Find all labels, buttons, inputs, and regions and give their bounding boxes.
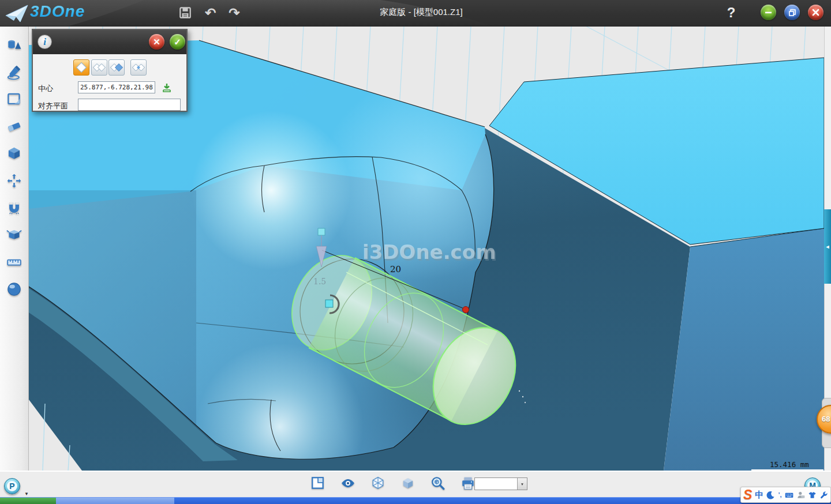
drag-handle-dot[interactable] — [463, 307, 469, 313]
taskbar-task-button[interactable] — [56, 498, 174, 504]
undo-button[interactable]: ↶ — [202, 4, 219, 21]
center-point-mode-button[interactable] — [73, 59, 89, 76]
zoom-view-icon[interactable] — [431, 476, 446, 491]
svg-text:i3DOne.com: i3DOne.com — [362, 240, 496, 264]
left-badge-caret-icon[interactable]: ▼ — [24, 491, 29, 497]
save-button[interactable] — [177, 4, 194, 21]
material-sphere-icon[interactable] — [5, 279, 24, 299]
left-status-badge[interactable]: P — [4, 478, 20, 494]
sketch-plane-icon[interactable] — [5, 89, 24, 109]
ime-logo-icon[interactable]: S — [743, 488, 752, 502]
primitives-icon[interactable] — [5, 35, 24, 55]
start-button[interactable] — [0, 498, 56, 504]
edit-eraser-icon[interactable] — [5, 116, 24, 136]
two-point-mode-button[interactable] — [91, 59, 107, 76]
align-plane-field-label: 对齐平面 — [38, 101, 68, 111]
move-icon[interactable] — [5, 171, 24, 190]
info-icon: i — [38, 35, 52, 49]
window-title: 家庭版 - [模型001.Z1] — [271, 7, 571, 18]
app-logo-icon — [5, 3, 29, 24]
wrench-icon[interactable] — [819, 490, 828, 500]
panel-collapse-tab[interactable]: ◄ — [824, 209, 831, 284]
profile-icon[interactable] — [796, 490, 805, 500]
center-field-label: 中心 — [38, 84, 53, 94]
moon-icon[interactable] — [766, 490, 775, 500]
radius-label: 1.5 — [313, 277, 326, 286]
os-taskbar[interactable] — [0, 497, 831, 504]
tool-sidebar — [0, 26, 29, 471]
title-bar: 3DOne ↶ ↷ 家庭版 - [模型001.Z1] ? — [0, 0, 831, 27]
center-input[interactable] — [78, 81, 155, 93]
print-icon[interactable] — [461, 476, 476, 491]
inner-point-mode-button[interactable] — [130, 59, 147, 76]
skin-icon[interactable] — [808, 490, 817, 500]
feature-cube-icon[interactable] — [5, 144, 24, 163]
punct-icon[interactable]: ’, — [778, 491, 781, 498]
sketch-icon[interactable] — [5, 62, 24, 82]
dialog-header[interactable]: i ✕ ✓ — [33, 30, 186, 54]
align-plane-input[interactable] — [78, 99, 181, 111]
ime-toolbar: S 中 ’, — [740, 487, 831, 503]
help-button[interactable]: ? — [723, 4, 740, 21]
constraint-magnet-icon[interactable] — [5, 198, 24, 217]
view-layout-icon[interactable] — [310, 476, 325, 491]
dimension-label: 20 — [390, 264, 401, 274]
restore-button[interactable] — [784, 5, 800, 20]
view-toolbar: ▼ — [0, 471, 831, 497]
pick-from-scene-icon[interactable] — [161, 82, 173, 93]
measure-ruler-icon[interactable] — [5, 252, 24, 272]
left-badge-letter: P — [9, 482, 14, 491]
parameter-dialog: i ✕ ✓ 中心 对齐平面 — [32, 29, 188, 112]
assistant-value: 68 — [822, 415, 830, 423]
wireframe-display-icon[interactable] — [370, 476, 385, 491]
ime-lang-toggle[interactable]: 中 — [755, 490, 763, 501]
app-brand: 3DOne — [30, 2, 85, 21]
cancel-button[interactable]: ✕ — [149, 34, 164, 50]
point-pair-mode-button[interactable] — [108, 59, 125, 76]
keyboard-icon[interactable] — [785, 490, 793, 500]
collapse-arrow-icon: ◄ — [825, 244, 830, 250]
dropdown-arrow-icon[interactable]: ▼ — [517, 478, 527, 490]
shaded-display-icon[interactable] — [400, 476, 415, 491]
minimize-button[interactable] — [761, 5, 776, 20]
assembly-box-icon[interactable] — [5, 225, 24, 245]
view-preset-dropdown[interactable]: ▼ — [474, 477, 527, 490]
confirm-button[interactable]: ✓ — [170, 34, 185, 50]
redo-button[interactable]: ↷ — [226, 4, 243, 21]
scale-label: 15.416 mm — [770, 460, 809, 469]
visibility-eye-icon[interactable] — [340, 476, 355, 491]
close-button[interactable] — [808, 5, 823, 20]
watermark: i3DOne.com i3DOne.com — [362, 240, 497, 265]
